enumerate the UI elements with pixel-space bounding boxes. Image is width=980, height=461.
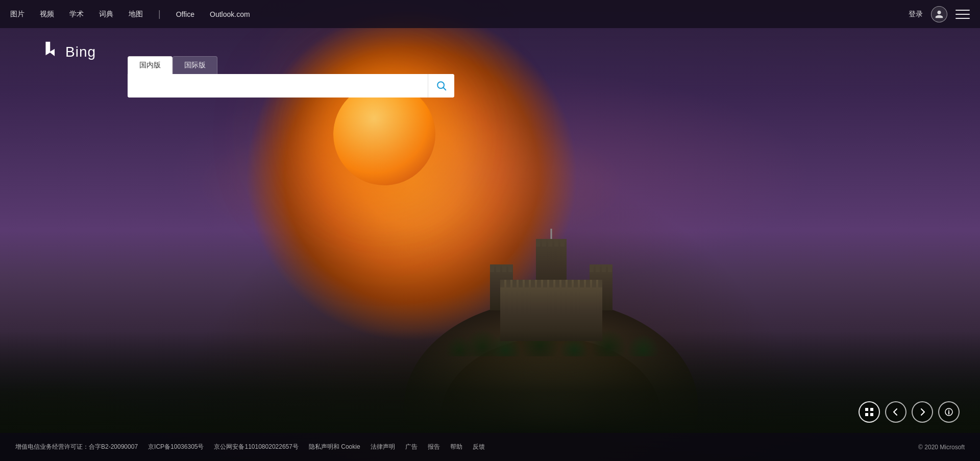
bing-b-logo-icon [41,41,61,63]
search-button[interactable] [428,74,454,98]
landscape-overlay [0,331,980,433]
nav-images[interactable]: 图片 [10,10,24,19]
search-input[interactable] [128,74,428,98]
bottom-controls [859,401,960,423]
hamburger-line-3 [955,18,970,19]
info-button[interactable] [938,401,960,423]
footer-privacy[interactable]: 隐私声明和 Cookie [309,443,360,451]
search-icon [436,80,447,91]
hamburger-menu-button[interactable] [955,9,970,20]
chevron-right-icon [919,408,926,416]
footer-copyright: © 2020 Microsoft [918,444,965,451]
tab-international[interactable]: 国际版 [173,56,217,74]
footer-help[interactable]: 帮助 [450,443,462,451]
next-image-button[interactable] [912,401,933,423]
nav-dict[interactable]: 词典 [99,10,113,19]
tab-domestic[interactable]: 国内版 [128,56,173,74]
prev-image-button[interactable] [885,401,906,423]
nav-office[interactable]: Office [176,10,194,18]
bing-logo-area: Bing [41,41,96,63]
castle [480,229,623,341]
info-icon [945,408,953,416]
footer-icp2[interactable]: 京ICP备10036305号 [148,443,204,451]
footer-report[interactable]: 报告 [428,443,440,451]
svg-rect-4 [870,408,873,411]
footer-ads[interactable]: 广告 [405,443,418,451]
nav-links: 图片 视频 学术 词典 地图 | Office Outlook.com [10,9,909,19]
grid-view-button[interactable] [859,401,880,423]
nav-outlook[interactable]: Outlook.com [210,10,250,18]
footer-icp3[interactable]: 京公网安备11010802022657号 [214,443,298,451]
bing-logo: Bing [41,41,96,63]
footer-feedback[interactable]: 反馈 [473,443,485,451]
search-tabs: 国内版 国际版 [128,56,454,74]
navbar: 图片 视频 学术 词典 地图 | Office Outlook.com 登录 [0,0,980,28]
footer-icp1: 增值电信业务经营许可证：合字B2-20090007 [15,443,138,451]
nav-divider: | [158,9,161,19]
bing-text: Bing [65,44,96,60]
user-avatar-button[interactable] [931,6,947,22]
nav-right-controls: 登录 [909,6,970,22]
svg-marker-0 [45,42,55,56]
login-button[interactable]: 登录 [909,10,923,19]
nav-academic[interactable]: 学术 [69,10,84,19]
svg-point-9 [948,410,949,411]
grid-icon [865,407,874,417]
nav-video[interactable]: 视频 [40,10,54,19]
footer-legal[interactable]: 法律声明 [371,443,395,451]
search-box-container [128,74,454,98]
svg-rect-6 [870,413,873,416]
user-icon [935,10,944,19]
footer: 增值电信业务经营许可证：合字B2-20090007 京ICP备10036305号… [0,433,980,461]
search-area: 国内版 国际版 [128,56,454,98]
hamburger-line-2 [955,14,970,15]
hamburger-line-1 [955,10,970,11]
svg-rect-5 [865,413,868,416]
svg-rect-3 [865,408,868,411]
svg-line-2 [443,87,446,90]
footer-links: 增值电信业务经营许可证：合字B2-20090007 京ICP备10036305号… [15,443,918,451]
chevron-left-icon [892,408,899,416]
nav-maps[interactable]: 地图 [129,10,143,19]
